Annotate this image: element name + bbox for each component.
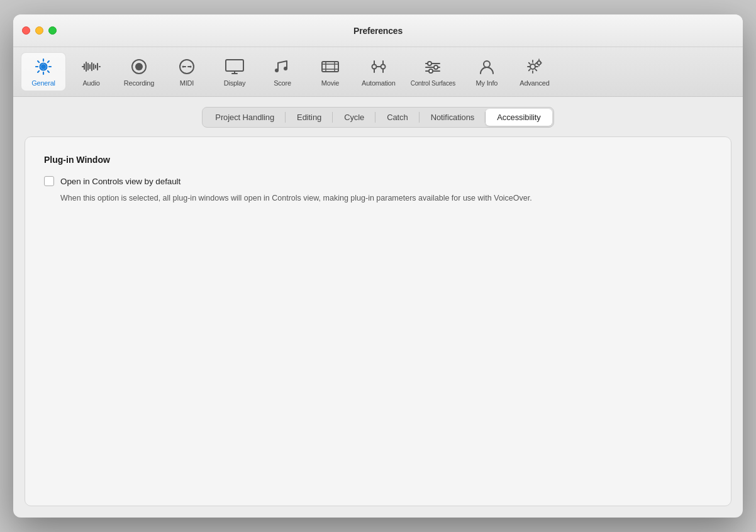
titlebar: Preferences: [13, 14, 743, 47]
toolbar-label-control-surfaces: Control Surfaces: [411, 80, 455, 87]
toolbar-item-score[interactable]: Score: [260, 53, 305, 91]
content-area: Plug-in Window Open in Controls view by …: [25, 136, 731, 506]
minimize-button[interactable]: [35, 26, 43, 35]
svg-point-11: [372, 65, 376, 69]
subtab-accessibility[interactable]: Accessibility: [486, 109, 552, 126]
toolbar-item-display[interactable]: Display: [212, 53, 257, 91]
toolbar-item-movie[interactable]: Movie: [308, 53, 353, 91]
record-icon: [129, 57, 149, 77]
waveform-icon: [81, 57, 101, 77]
toolbar-item-automation[interactable]: Automation: [355, 53, 402, 91]
svg-point-5: [182, 66, 184, 68]
toolbar-item-audio[interactable]: Audio: [69, 53, 114, 91]
subtab-project-handling[interactable]: Project Handling: [204, 109, 286, 126]
toolbar-label-recording: Recording: [124, 79, 154, 87]
subtab-catch[interactable]: Catch: [375, 109, 419, 126]
svg-point-13: [428, 62, 431, 65]
subtab-notifications[interactable]: Notifications: [420, 109, 486, 126]
toolbar-label-score: Score: [274, 79, 291, 87]
svg-point-16: [484, 61, 490, 67]
svg-point-15: [429, 69, 433, 73]
subtab-cycle[interactable]: Cycle: [333, 109, 375, 126]
description-text: When this option is selected, all plug-i…: [60, 192, 626, 204]
toolbar-label-automation: Automation: [362, 79, 396, 87]
window-title: Preferences: [353, 26, 403, 36]
toolbar-item-my-info[interactable]: My Info: [464, 53, 509, 91]
svg-rect-10: [322, 62, 338, 72]
toolbar-label-general: General: [31, 79, 55, 87]
automation-icon: [369, 57, 389, 77]
svg-point-9: [284, 67, 287, 70]
advanced-gear-icon: [525, 57, 545, 77]
svg-point-17: [530, 64, 535, 69]
toolbar: General Audio Recording: [13, 47, 743, 97]
close-button[interactable]: [22, 26, 30, 35]
checkbox-label: Open in Controls view by default: [60, 177, 181, 186]
toolbar-item-advanced[interactable]: Advanced: [512, 53, 557, 91]
svg-point-0: [41, 64, 46, 69]
display-icon: [225, 57, 245, 77]
svg-point-14: [434, 65, 438, 69]
gear-icon: [33, 57, 53, 77]
checkbox-row: Open in Controls view by default: [44, 176, 712, 186]
svg-point-8: [275, 69, 279, 72]
svg-point-12: [381, 65, 385, 69]
toolbar-item-general[interactable]: General: [21, 52, 66, 91]
toolbar-label-audio: Audio: [82, 79, 99, 87]
toolbar-label-my-info: My Info: [476, 79, 498, 87]
movie-icon: [320, 57, 340, 77]
svg-point-4: [180, 60, 194, 74]
open-controls-view-checkbox[interactable]: [44, 176, 54, 186]
svg-point-3: [135, 63, 143, 70]
toolbar-label-display: Display: [224, 79, 246, 87]
toolbar-item-control-surfaces[interactable]: Control Surfaces: [404, 53, 462, 91]
midi-icon: [177, 57, 197, 77]
toolbar-item-midi[interactable]: MIDI: [164, 53, 209, 91]
svg-rect-7: [226, 60, 243, 71]
preferences-window: Preferences General Audio: [13, 14, 743, 518]
toolbar-item-recording[interactable]: Recording: [116, 53, 162, 91]
svg-point-6: [190, 66, 192, 68]
score-icon: [272, 57, 292, 77]
section-title: Plug-in Window: [44, 155, 712, 165]
toolbar-label-advanced: Advanced: [520, 79, 549, 87]
subtabs-container: Project Handling Editing Cycle Catch Not…: [13, 97, 743, 128]
sliders-icon: [423, 57, 443, 77]
traffic-lights: [22, 26, 57, 35]
toolbar-label-midi: MIDI: [180, 79, 194, 87]
subtab-editing[interactable]: Editing: [286, 109, 333, 126]
maximize-button[interactable]: [48, 26, 57, 35]
toolbar-label-movie: Movie: [321, 79, 339, 87]
subtabs: Project Handling Editing Cycle Catch Not…: [202, 107, 553, 128]
person-icon: [477, 57, 497, 77]
